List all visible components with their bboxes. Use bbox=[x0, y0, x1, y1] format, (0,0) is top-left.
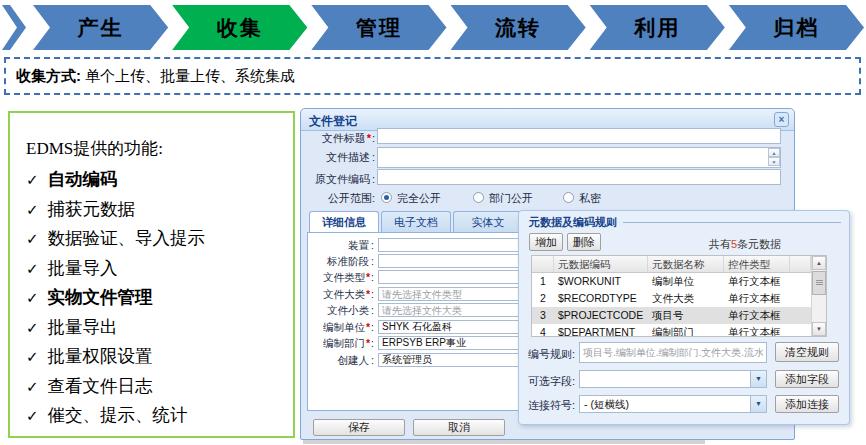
flow-step-label: 收集 bbox=[217, 14, 263, 42]
compile-dept-input[interactable] bbox=[378, 336, 525, 350]
standard-phase-label: 标准阶段: bbox=[308, 255, 374, 269]
feature-item: ✓批量导出 bbox=[26, 313, 283, 343]
rule-label: 编号规则: bbox=[519, 347, 575, 362]
table-row-selected[interactable]: 3 $PROJECTCODE 项目号 单行文本框 bbox=[532, 307, 811, 324]
standard-phase-input[interactable] bbox=[378, 254, 525, 268]
file-subcategory-label: 文件小类: bbox=[308, 304, 374, 318]
radio-department-label: 部门公开 bbox=[489, 191, 533, 206]
feature-item: ✓查看文件日志 bbox=[26, 372, 283, 402]
compile-unit-label: 编制单位*: bbox=[308, 321, 374, 335]
feature-item: ✓数据验证、导入提示 bbox=[26, 224, 283, 254]
radio-public-full-label: 完全公开 bbox=[397, 191, 441, 206]
add-connector-button[interactable]: 添加连接 bbox=[775, 395, 839, 413]
compile-dept-label: 编制部门*: bbox=[308, 337, 374, 351]
scrollbar-up-icon[interactable]: ▲ bbox=[812, 256, 826, 270]
add-metadata-button[interactable]: 增加 bbox=[529, 233, 563, 251]
flow-lead-chevron-icon bbox=[2, 5, 26, 50]
dialog-title: 文件登记 bbox=[309, 113, 357, 130]
table-row[interactable]: 2 $RECORDTYPE 文件大类 单行文本框 bbox=[532, 290, 811, 307]
connector-select[interactable]: - (短横线) ▼ bbox=[579, 395, 767, 413]
chevron-down-icon[interactable]: ▼ bbox=[750, 371, 766, 387]
col-header-type[interactable]: 控件类型 bbox=[724, 256, 790, 272]
file-type-input[interactable] bbox=[378, 270, 525, 284]
flow-step-label: 利用 bbox=[634, 14, 680, 42]
radio-private-label: 私密 bbox=[579, 191, 601, 206]
process-flow: 产生 收集 管理 流转 利用 归档 bbox=[2, 5, 864, 50]
flow-step-label: 归档 bbox=[773, 14, 819, 42]
check-icon: ✓ bbox=[26, 201, 39, 218]
col-header-code[interactable]: 元数据编码 bbox=[554, 256, 648, 272]
flow-step-archive: 归档 bbox=[729, 5, 864, 50]
metadata-rules-panel: 元数据及编码规则 增加 删除 共有5条元数据 元数据编码 元数据名称 控件类型 … bbox=[518, 210, 850, 425]
feature-item: ✓批量导入 bbox=[26, 254, 283, 284]
creator-label: 创建人: bbox=[308, 354, 374, 368]
compile-unit-input[interactable] bbox=[378, 320, 525, 334]
file-title-input[interactable] bbox=[377, 128, 781, 144]
clear-rule-button[interactable]: 清空规则 bbox=[775, 342, 839, 362]
device-input[interactable] bbox=[378, 238, 525, 252]
panel-title: 元数据及编码规则 bbox=[529, 215, 617, 230]
flow-step-manage: 管理 bbox=[311, 5, 446, 50]
rule-input[interactable] bbox=[579, 342, 767, 363]
file-subcategory-input[interactable] bbox=[378, 303, 525, 317]
save-button[interactable]: 保存 bbox=[313, 419, 405, 436]
flow-step-label: 产生 bbox=[78, 14, 124, 42]
optional-field-select[interactable]: ▼ bbox=[579, 370, 767, 388]
tab-physical-file[interactable]: 实体文 bbox=[453, 211, 523, 232]
delete-metadata-button[interactable]: 删除 bbox=[567, 233, 601, 251]
flow-step-utilize: 利用 bbox=[590, 5, 725, 50]
flow-step-circulate: 流转 bbox=[451, 5, 586, 50]
chevron-down-icon[interactable]: ▼ bbox=[750, 396, 766, 412]
check-icon: ✓ bbox=[26, 260, 39, 277]
feature-item: ✓实物文件管理 bbox=[26, 283, 283, 313]
metadata-grid: 元数据编码 元数据名称 控件类型 1 $WORKUNIT 编制单位 单行文本框 … bbox=[532, 256, 811, 336]
connector-label: 连接符号: bbox=[519, 398, 575, 413]
close-icon[interactable]: × bbox=[774, 112, 789, 127]
divider bbox=[623, 222, 841, 223]
col-header-name[interactable]: 元数据名称 bbox=[648, 256, 724, 272]
tab-electronic-doc[interactable]: 电子文档 bbox=[381, 211, 451, 232]
device-label: 装置: bbox=[308, 239, 374, 253]
tab-detail-info[interactable]: 详细信息 bbox=[309, 211, 379, 233]
add-field-button[interactable]: 添加字段 bbox=[775, 370, 839, 388]
scrollbar-thumb[interactable] bbox=[812, 271, 826, 295]
radio-department[interactable] bbox=[473, 192, 484, 203]
file-desc-label: 文件描述: bbox=[305, 150, 375, 165]
scope-label: 公开范围: bbox=[305, 191, 375, 206]
screenshot-root: 产生 收集 管理 流转 利用 归档 收集方式: 单个上传、批量上传、系统集成 E… bbox=[0, 0, 866, 445]
table-row[interactable]: 4 $DEPARTMENT 编制部门 单行文本框 bbox=[532, 324, 811, 337]
flow-step-label: 流转 bbox=[495, 14, 541, 42]
orig-code-label: 原文件编码: bbox=[305, 172, 375, 187]
features-title: EDMS提供的功能: bbox=[26, 137, 283, 160]
features-box: EDMS提供的功能: ✓自动编码 ✓捕获元数据 ✓数据验证、导入提示 ✓批量导入… bbox=[8, 111, 295, 438]
panel-header: 元数据及编码规则 bbox=[529, 215, 841, 230]
check-icon: ✓ bbox=[26, 230, 39, 247]
flow-step-produce: 产生 bbox=[33, 5, 168, 50]
file-category-input[interactable] bbox=[378, 287, 525, 301]
flow-step-collect: 收集 bbox=[172, 5, 307, 50]
file-desc-input[interactable] bbox=[377, 147, 781, 168]
check-icon: ✓ bbox=[26, 289, 39, 306]
feature-item: ✓批量权限设置 bbox=[26, 342, 283, 372]
check-icon: ✓ bbox=[26, 348, 39, 365]
metadata-table: 元数据编码 元数据名称 控件类型 1 $WORKUNIT 编制单位 单行文本框 … bbox=[531, 255, 827, 337]
table-header-row: 元数据编码 元数据名称 控件类型 bbox=[532, 256, 811, 273]
metadata-count: 共有5条元数据 bbox=[709, 237, 781, 252]
feature-item: ✓捕获元数据 bbox=[26, 195, 283, 225]
radio-public-full[interactable] bbox=[381, 192, 392, 203]
radio-private[interactable] bbox=[563, 192, 574, 203]
scroll-up-icon[interactable]: ▲ bbox=[768, 148, 780, 157]
check-icon: ✓ bbox=[26, 171, 39, 188]
flow-step-label: 管理 bbox=[356, 14, 402, 42]
orig-code-input[interactable] bbox=[377, 169, 781, 185]
check-icon: ✓ bbox=[26, 407, 39, 424]
feature-item: ✓自动编码 bbox=[26, 165, 283, 195]
creator-input[interactable] bbox=[378, 353, 525, 367]
check-icon: ✓ bbox=[26, 378, 39, 395]
table-scrollbar[interactable]: ▲ ▼ bbox=[811, 256, 826, 336]
cancel-button[interactable]: 取消 bbox=[413, 419, 505, 436]
table-row[interactable]: 1 $WORKUNIT 编制单位 单行文本框 bbox=[532, 273, 811, 290]
scrollbar-down-icon[interactable]: ▼ bbox=[812, 322, 826, 336]
banner-label: 收集方式: bbox=[16, 67, 81, 86]
scroll-down-icon[interactable]: ▼ bbox=[768, 157, 780, 166]
